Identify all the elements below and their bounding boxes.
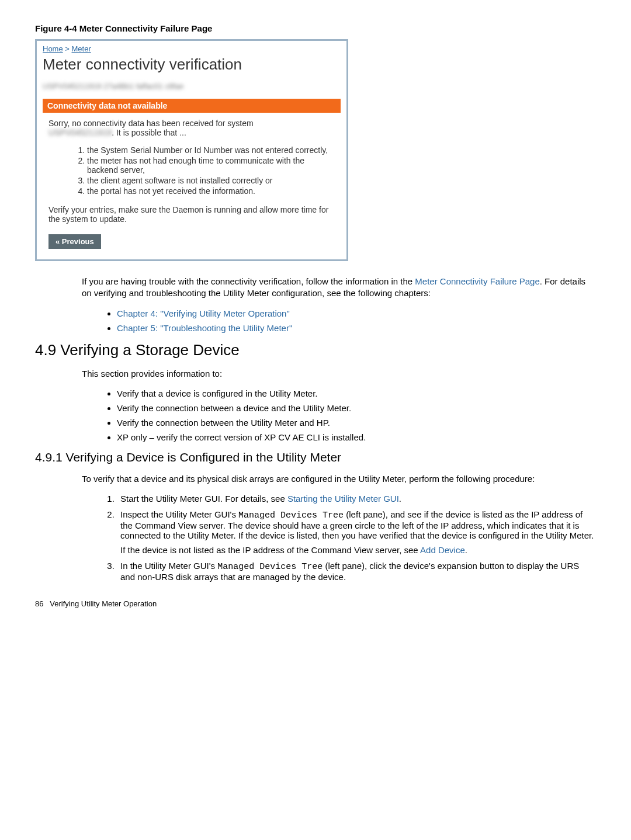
chapter-4-link[interactable]: Chapter 4: "Verifying Utility Meter Oper…: [117, 308, 290, 318]
managed-devices-tree-label: Managed Devices Tree: [217, 562, 323, 572]
add-device-link[interactable]: Add Device: [420, 545, 465, 555]
list-item: the portal has not yet received the info…: [87, 186, 335, 196]
breadcrumb-meter-link[interactable]: Meter: [72, 44, 91, 53]
text: .: [399, 494, 401, 504]
list-item: the client agent software is not install…: [87, 176, 335, 185]
list-item: Chapter 5: "Troubleshooting the Utility …: [117, 323, 596, 333]
breadcrumb-sep: >: [63, 44, 72, 53]
list-item: Verify that a device is configured in th…: [117, 388, 596, 398]
list-item: Inspect the Utility Meter GUI's Managed …: [117, 509, 596, 555]
section-intro: This section provides information to:: [82, 368, 590, 380]
page-footer: 86 Verifying Utility Meter Operation: [35, 599, 596, 608]
sorry-tail: . It is possible that ...: [112, 128, 186, 137]
footer-title: Verifying Utility Meter Operation: [50, 599, 157, 608]
figure-caption: Figure 4-4 Meter Connectivity Failure Pa…: [35, 23, 596, 33]
list-item: Verify the connection between the Utilit…: [117, 418, 596, 428]
sorry-text: Sorry, no connectivity data has been rec…: [48, 119, 254, 128]
screenshot-heading: Meter connectivity verification: [43, 55, 341, 74]
list-item: Chapter 4: "Verifying Utility Meter Oper…: [117, 308, 596, 318]
list-item: XP only – verify the correct version of …: [117, 432, 596, 442]
breadcrumb-home-link[interactable]: Home: [43, 44, 63, 53]
redacted-system-id: USPV045211919: [48, 128, 112, 137]
paragraph: If you are having trouble with the conne…: [82, 276, 590, 300]
chapters-list: Chapter 4: "Verifying Utility Meter Oper…: [93, 308, 596, 333]
procedure-list: Start the Utility Meter GUI. For details…: [93, 494, 596, 582]
text: Inspect the Utility Meter GUI's: [120, 509, 238, 519]
reasons-list: the System Serial Number or Id Number wa…: [64, 145, 335, 196]
text: If you are having trouble with the conne…: [82, 276, 415, 286]
text: .: [465, 545, 467, 555]
chapter-5-link[interactable]: Chapter 5: "Troubleshooting the Utility …: [117, 323, 292, 333]
list-item: Start the Utility Meter GUI. For details…: [117, 494, 596, 504]
list-item: Verify the connection between a device a…: [117, 403, 596, 413]
page-number: 86: [35, 599, 43, 608]
meter-failure-page-link[interactable]: Meter Connectivity Failure Page: [415, 276, 539, 286]
error-banner: Connectivity data not available: [43, 99, 341, 113]
redacted-id: USPV045211919 27a4Bb1 faffac01 c8fae: [43, 82, 341, 91]
list-item: In the Utility Meter GUI's Managed Devic…: [117, 561, 596, 582]
list-item: the System Serial Number or Id Number wa…: [87, 145, 335, 155]
starting-gui-link[interactable]: Starting the Utility Meter GUI: [287, 494, 399, 504]
text: If the device is not listed as the IP ad…: [120, 545, 420, 555]
section-4-9-1-title: 4.9.1 Verifying a Device is Configured i…: [35, 450, 596, 464]
managed-devices-tree-label: Managed Devices Tree: [238, 511, 344, 520]
previous-button[interactable]: « Previous: [48, 234, 101, 249]
section-4-9-bullets: Verify that a device is configured in th…: [93, 388, 596, 442]
verify-note: Verify your entries, make sure the Daemo…: [43, 205, 341, 234]
screenshot-frame: Home > Meter Meter connectivity verifica…: [35, 39, 348, 261]
text: Start the Utility Meter GUI. For details…: [120, 494, 287, 504]
list-item: the meter has not had enough time to com…: [87, 156, 335, 175]
section-4-9-title: 4.9 Verifying a Storage Device: [35, 341, 596, 359]
breadcrumb: Home > Meter: [43, 44, 341, 53]
error-message: Sorry, no connectivity data has been rec…: [43, 113, 341, 140]
text: In the Utility Meter GUI's: [120, 561, 217, 571]
section-intro: To verify that a device and its physical…: [82, 473, 590, 485]
